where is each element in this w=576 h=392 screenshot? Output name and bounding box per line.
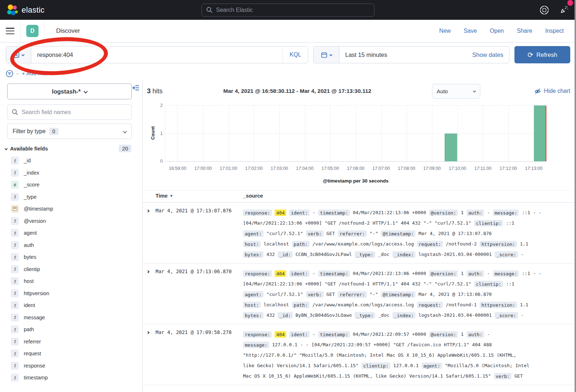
query-language-toggle[interactable]: KQL: [283, 46, 308, 63]
field-pill[interactable]: request:: [417, 302, 443, 308]
field-pill[interactable]: verb:: [306, 291, 324, 298]
field-pill[interactable]: timestamp:: [318, 331, 350, 338]
filter-by-type-select[interactable]: Filter by type 0: [7, 123, 132, 139]
field-pill[interactable]: clientip:: [474, 281, 503, 287]
show-dates-button[interactable]: Show dates: [472, 51, 503, 58]
field-pill[interactable]: verb:: [494, 373, 512, 379]
field-pill[interactable]: agent:: [243, 291, 264, 298]
field-pill[interactable]: ident:: [289, 270, 310, 277]
field-pill[interactable]: _id:: [278, 312, 292, 319]
field-pill[interactable]: message:: [493, 270, 519, 277]
available-fields-accordion[interactable]: Available fields 20: [5, 145, 131, 152]
field-pill[interactable]: message:: [243, 342, 269, 348]
elastic-brand[interactable]: elastic: [6, 4, 45, 16]
field-item-message[interactable]: tmessage: [11, 314, 142, 321]
field-item-timestamp[interactable]: ttimestamp: [11, 374, 142, 382]
field-pill[interactable]: path:: [292, 302, 310, 308]
field-item-ident[interactable]: tident: [11, 301, 142, 309]
field-pill[interactable]: clientip:: [361, 362, 390, 369]
field-item-referrer[interactable]: treferrer: [11, 338, 142, 346]
interval-select[interactable]: Auto: [432, 84, 480, 99]
field-pill[interactable]: verb:: [306, 230, 324, 237]
field-pill[interactable]: _type:: [355, 312, 375, 319]
field-item-_index[interactable]: t_index: [11, 169, 142, 177]
field-pill[interactable]: response:: [243, 270, 272, 277]
saved-query-menu-button[interactable]: [6, 46, 31, 63]
field-pill[interactable]: clientip:: [474, 220, 503, 226]
field-pill[interactable]: @timestamp:: [381, 230, 415, 237]
field-pill[interactable]: referrer:: [338, 291, 366, 298]
field-pill[interactable]: auth:: [467, 209, 484, 216]
histogram-bar[interactable]: [534, 105, 546, 161]
index-pattern-select[interactable]: logstash-*: [7, 84, 132, 99]
field-item-response[interactable]: tresponse: [11, 362, 142, 370]
field-pill[interactable]: ident:: [289, 209, 310, 216]
field-pill[interactable]: _id:: [278, 251, 292, 258]
field-item-path[interactable]: tpath: [11, 325, 142, 333]
field-item-bytes[interactable]: tbytes: [11, 253, 142, 261]
inspect-button[interactable]: Inspect: [545, 28, 564, 34]
field-pill[interactable]: host:: [243, 302, 261, 308]
field-pill[interactable]: agent:: [243, 230, 264, 237]
hide-chart-button[interactable]: Hide chart: [534, 88, 570, 95]
field-pill[interactable]: response:: [243, 209, 272, 216]
field-pill[interactable]: bytes:: [243, 251, 264, 258]
expand-row-icon[interactable]: [147, 331, 149, 334]
field-pill[interactable]: _type:: [355, 251, 375, 258]
newsfeed-icon[interactable]: [560, 4, 570, 14]
field-item-@version[interactable]: t@version: [11, 217, 142, 225]
new-button[interactable]: New: [439, 28, 451, 34]
field-item-auth[interactable]: tauth: [11, 241, 142, 249]
field-item-clientip[interactable]: tclientip: [11, 265, 142, 273]
global-search-input[interactable]: Search Elastic: [202, 4, 374, 17]
field-pill[interactable]: @version:: [429, 331, 458, 338]
help-icon[interactable]: [540, 5, 549, 15]
field-pill[interactable]: referrer:: [338, 230, 366, 237]
field-item-httpversion[interactable]: thttpversion: [11, 289, 142, 297]
field-search-input[interactable]: Search field names: [7, 104, 132, 120]
expand-row-icon[interactable]: [147, 270, 149, 273]
collapse-sidebar-icon[interactable]: [132, 85, 139, 91]
field-item-_type[interactable]: t_type: [11, 193, 142, 201]
query-input[interactable]: response:404: [31, 51, 283, 58]
field-pill[interactable]: auth:: [467, 270, 484, 277]
field-pill[interactable]: @timestamp:: [381, 291, 415, 298]
field-pill[interactable]: httpversion:: [480, 241, 517, 247]
time-column-header[interactable]: Time ▼: [156, 193, 173, 199]
field-pill[interactable]: _score:: [495, 312, 518, 319]
histogram-bar[interactable]: [445, 134, 457, 162]
add-filter-button[interactable]: + Add filter: [22, 70, 49, 77]
field-item-agent[interactable]: tagent: [11, 229, 142, 237]
hamburger-icon[interactable]: [6, 28, 14, 34]
field-pill[interactable]: httpversion:: [480, 302, 517, 308]
field-item-_score[interactable]: #_score: [11, 181, 142, 189]
field-pill[interactable]: _index:: [392, 312, 416, 319]
scrollbar[interactable]: [575, 0, 576, 392]
field-pill[interactable]: path:: [292, 241, 310, 247]
field-item-_id[interactable]: t_id: [11, 157, 142, 165]
share-button[interactable]: Share: [517, 28, 532, 34]
date-quick-select-button[interactable]: [314, 46, 339, 63]
field-item-host[interactable]: thost: [11, 277, 142, 285]
refresh-button[interactable]: ⟳ Refresh: [514, 46, 570, 63]
field-pill[interactable]: _score:: [495, 251, 518, 258]
field-pill[interactable]: _index:: [392, 251, 416, 258]
field-pill[interactable]: response:: [243, 331, 272, 338]
expand-row-icon[interactable]: [147, 209, 149, 212]
field-item-request[interactable]: trequest: [11, 350, 142, 357]
field-pill[interactable]: timestamp:: [318, 209, 350, 216]
field-pill[interactable]: @version:: [429, 209, 458, 216]
field-pill[interactable]: bytes:: [243, 312, 264, 319]
field-pill[interactable]: @version:: [429, 270, 458, 277]
time-range-value[interactable]: Last 15 minutes: [339, 51, 387, 58]
field-pill[interactable]: ident:: [289, 331, 310, 338]
save-button[interactable]: Save: [464, 28, 477, 34]
field-pill[interactable]: host:: [243, 241, 261, 247]
field-pill[interactable]: timestamp:: [318, 270, 350, 277]
field-item-@timestamp[interactable]: @timestamp: [11, 205, 142, 213]
field-pill[interactable]: auth:: [467, 331, 484, 338]
field-pill[interactable]: request:: [417, 241, 443, 247]
open-button[interactable]: Open: [490, 28, 504, 34]
field-pill[interactable]: message:: [493, 209, 519, 216]
field-pill[interactable]: agent:: [422, 362, 442, 369]
